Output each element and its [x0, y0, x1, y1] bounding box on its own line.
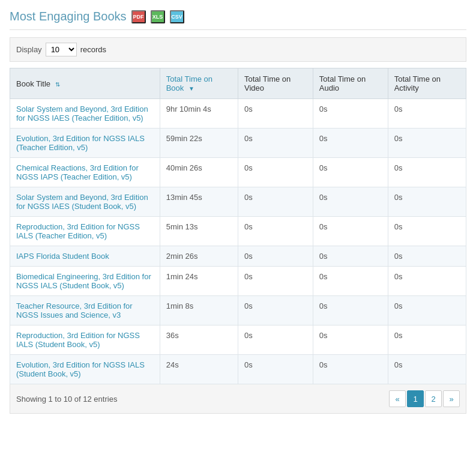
book-title-link[interactable]: Evolution, 3rd Edition for NGSS IALS (Te…: [16, 134, 145, 152]
col-book-title-label: Book Title: [16, 79, 50, 88]
book-title-link[interactable]: Chemical Reactions, 3rd Edition for NGSS…: [16, 163, 139, 181]
book-title-link[interactable]: Teacher Resource, 3rd Edition for NGSS I…: [16, 301, 133, 319]
time-on-activity-cell: 0s: [388, 325, 466, 355]
col-time-on-book[interactable]: Total Time on Book ▼: [160, 68, 238, 99]
page-title: Most Engaging Books: [10, 10, 127, 23]
book-title-cell: Chemical Reactions, 3rd Edition for NGSS…: [10, 158, 160, 187]
page-header: Most Engaging Books PDF XLS CSV: [10, 10, 466, 30]
table-row: Solar System and Beyond, 3rd Edition for…: [10, 187, 466, 217]
time-on-video-cell: 0s: [238, 296, 313, 325]
engaging-books-table: Book Title ⇅ Total Time on Book ▼ Total …: [10, 68, 466, 384]
pagination: « 1 2 »: [389, 390, 460, 407]
time-on-video-cell: 0s: [238, 355, 313, 384]
time-on-video-cell: 0s: [238, 246, 313, 267]
time-on-book-cell: 36s: [160, 325, 238, 355]
time-on-book-cell: 1min 8s: [160, 296, 238, 325]
col-time-on-video-label: Total Time on Video: [244, 74, 291, 92]
time-on-audio-cell: 0s: [313, 99, 388, 129]
time-on-video-cell: 0s: [238, 325, 313, 355]
time-on-book-cell: 59min 22s: [160, 129, 238, 158]
time-on-book-cell: 9hr 10min 4s: [160, 99, 238, 129]
table-row: Biomedical Engineering, 3rd Edition for …: [10, 267, 466, 296]
xls-export-button[interactable]: XLS: [151, 10, 165, 23]
time-on-activity-cell: 0s: [388, 296, 466, 325]
table-footer: Showing 1 to 10 of 12 entries « 1 2 »: [10, 384, 466, 414]
col-time-on-video: Total Time on Video: [238, 68, 313, 99]
book-title-cell: Biomedical Engineering, 3rd Edition for …: [10, 267, 160, 296]
table-header-row: Book Title ⇅ Total Time on Book ▼ Total …: [10, 68, 466, 99]
col-time-on-activity-label: Total Time on Activity: [394, 74, 441, 92]
time-on-activity-cell: 0s: [388, 267, 466, 296]
time-on-book-cell: 2min 26s: [160, 246, 238, 267]
time-on-audio-cell: 0s: [313, 325, 388, 355]
table-row: Evolution, 3rd Edition for NGSS IALS (Te…: [10, 129, 466, 158]
time-on-video-cell: 0s: [238, 158, 313, 187]
time-on-video-cell: 0s: [238, 187, 313, 217]
book-title-link[interactable]: IAPS Florida Student Book: [16, 252, 109, 261]
table-row: Reproduction, 3rd Edition for NGSS IALS …: [10, 325, 466, 355]
book-title-cell: IAPS Florida Student Book: [10, 246, 160, 267]
book-title-link[interactable]: Solar System and Beyond, 3rd Edition for…: [16, 193, 148, 211]
book-title-cell: Evolution, 3rd Edition for NGSS IALS (St…: [10, 355, 160, 384]
pdf-export-button[interactable]: PDF: [131, 10, 146, 23]
col-time-on-audio: Total Time on Audio: [313, 68, 388, 99]
col-book-title[interactable]: Book Title ⇅: [10, 68, 160, 99]
book-title-cell: Evolution, 3rd Edition for NGSS IALS (Te…: [10, 129, 160, 158]
pagination-next[interactable]: »: [443, 390, 460, 407]
time-on-book-cell: 5min 13s: [160, 217, 238, 246]
book-title-link[interactable]: Reproduction, 3rd Edition for NGSS IALS …: [16, 222, 140, 240]
book-title-link[interactable]: Reproduction, 3rd Edition for NGSS IALS …: [16, 331, 140, 349]
time-on-audio-cell: 0s: [313, 187, 388, 217]
time-on-audio-cell: 0s: [313, 296, 388, 325]
showing-entries-text: Showing 1 to 10 of 12 entries: [16, 395, 117, 404]
table-row: Solar System and Beyond, 3rd Edition for…: [10, 99, 466, 129]
col-time-on-audio-label: Total Time on Audio: [319, 74, 366, 92]
pagination-page-2[interactable]: 2: [425, 390, 442, 407]
time-on-video-cell: 0s: [238, 267, 313, 296]
book-title-cell: Reproduction, 3rd Edition for NGSS IALS …: [10, 325, 160, 355]
time-on-audio-cell: 0s: [313, 355, 388, 384]
book-title-cell: Solar System and Beyond, 3rd Edition for…: [10, 99, 160, 129]
time-on-activity-cell: 0s: [388, 246, 466, 267]
time-on-audio-cell: 0s: [313, 267, 388, 296]
book-title-cell: Solar System and Beyond, 3rd Edition for…: [10, 187, 160, 217]
book-title-link[interactable]: Solar System and Beyond, 3rd Edition for…: [16, 104, 148, 123]
time-on-audio-cell: 0s: [313, 129, 388, 158]
time-on-activity-cell: 0s: [388, 187, 466, 217]
time-on-audio-cell: 0s: [313, 158, 388, 187]
time-on-book-cell: 1min 24s: [160, 267, 238, 296]
table-row: Chemical Reactions, 3rd Edition for NGSS…: [10, 158, 466, 187]
display-controls: Display 102550100 records: [10, 37, 466, 62]
time-on-book-cell: 40min 26s: [160, 158, 238, 187]
time-on-activity-cell: 0s: [388, 158, 466, 187]
time-on-video-cell: 0s: [238, 99, 313, 129]
records-label: records: [80, 45, 106, 54]
table-row: Evolution, 3rd Edition for NGSS IALS (St…: [10, 355, 466, 384]
book-title-link[interactable]: Biomedical Engineering, 3rd Edition for …: [16, 272, 151, 290]
book-title-cell: Reproduction, 3rd Edition for NGSS IALS …: [10, 217, 160, 246]
time-on-activity-cell: 0s: [388, 217, 466, 246]
time-on-book-cell: 13min 45s: [160, 187, 238, 217]
records-per-page-select[interactable]: 102550100: [46, 43, 77, 56]
col-time-on-activity: Total Time on Activity: [388, 68, 466, 99]
table-row: Reproduction, 3rd Edition for NGSS IALS …: [10, 217, 466, 246]
csv-export-button[interactable]: CSV: [170, 10, 184, 23]
time-on-activity-cell: 0s: [388, 99, 466, 129]
table-row: Teacher Resource, 3rd Edition for NGSS I…: [10, 296, 466, 325]
time-on-audio-cell: 0s: [313, 246, 388, 267]
time-on-video-cell: 0s: [238, 217, 313, 246]
book-title-cell: Teacher Resource, 3rd Edition for NGSS I…: [10, 296, 160, 325]
time-on-activity-cell: 0s: [388, 129, 466, 158]
sort-icon-book-title: ⇅: [55, 81, 60, 88]
table-row: IAPS Florida Student Book2min 26s0s0s0s: [10, 246, 466, 267]
display-label: Display: [16, 45, 42, 54]
pagination-page-1[interactable]: 1: [407, 390, 424, 407]
time-on-video-cell: 0s: [238, 129, 313, 158]
time-on-book-cell: 24s: [160, 355, 238, 384]
book-title-link[interactable]: Evolution, 3rd Edition for NGSS IALS (St…: [16, 360, 145, 378]
pagination-prev[interactable]: «: [389, 390, 406, 407]
time-on-activity-cell: 0s: [388, 355, 466, 384]
sort-icon-time-on-book: ▼: [188, 85, 194, 92]
time-on-audio-cell: 0s: [313, 217, 388, 246]
